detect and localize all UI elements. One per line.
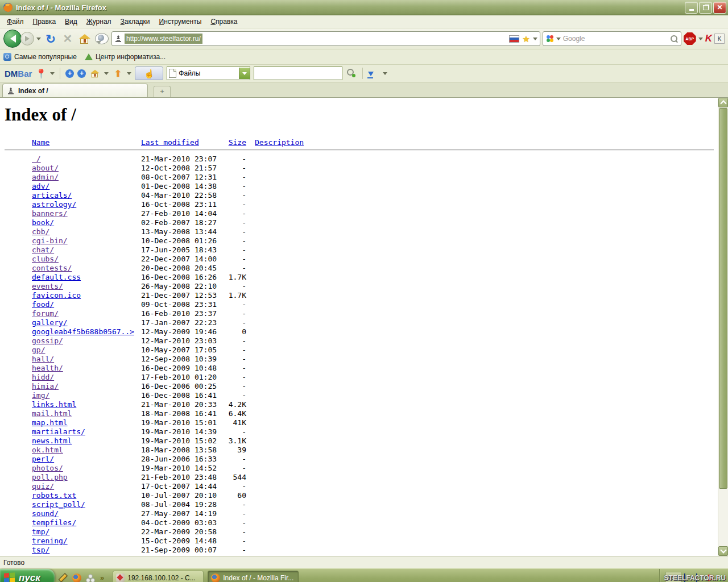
stop-button[interactable]: ✕ <box>60 31 75 46</box>
file-link[interactable]: cgi-bin/ <box>32 236 68 245</box>
bookmark-item[interactable]: Самые популярные <box>3 53 77 61</box>
reload-button[interactable]: ↻ <box>43 31 58 46</box>
close-button[interactable]: ✕ <box>713 2 726 14</box>
file-link[interactable]: tmp/ <box>32 527 49 536</box>
file-link[interactable]: hidd/ <box>32 373 54 381</box>
file-link[interactable]: photos/ <box>32 464 63 472</box>
dmbar-home-icon[interactable] <box>89 68 101 79</box>
taskbar-button[interactable]: 192.168.100.102 - C... <box>113 571 204 582</box>
russian-flag-icon[interactable] <box>509 35 519 43</box>
file-link[interactable]: googleab4f5b688b0567..> <box>32 327 134 336</box>
file-link[interactable]: food/ <box>32 300 54 309</box>
dmbar-tools-icon[interactable]: ⬆ <box>112 68 123 79</box>
vertical-scrollbar[interactable] <box>718 98 728 556</box>
quick-launch-pencil-icon[interactable] <box>58 573 68 582</box>
sort-by-date-link[interactable]: Last modified <box>141 138 199 147</box>
dmbar-search-icon[interactable] <box>346 68 357 79</box>
sort-by-size-link[interactable]: Size <box>229 138 246 147</box>
file-link[interactable]: martialarts/ <box>32 427 85 436</box>
forward-button[interactable] <box>20 32 34 45</box>
file-link[interactable]: mail.html <box>32 409 72 418</box>
file-link[interactable]: quiz/ <box>32 482 54 490</box>
file-link[interactable]: perl/ <box>32 455 54 463</box>
quick-launch-molecule-icon[interactable] <box>85 573 96 582</box>
scroll-down-button[interactable] <box>718 546 728 556</box>
dmbar-files-select[interactable]: Файлы <box>167 66 250 80</box>
quick-launch-firefox-icon[interactable] <box>72 573 82 582</box>
quick-launch-overflow-icon[interactable]: » <box>99 573 105 582</box>
kaspersky-icon[interactable]: K <box>705 33 712 44</box>
dmbar-download-icon[interactable] <box>368 68 379 79</box>
file-link[interactable]: gossip/ <box>32 336 63 345</box>
menu-item[interactable]: Вид <box>60 16 82 27</box>
history-dropdown-icon[interactable] <box>36 38 41 43</box>
dmbar-home-dropdown-icon[interactable] <box>104 72 109 77</box>
file-link[interactable]: chat/ <box>32 246 54 254</box>
file-link[interactable]: poll.php <box>32 473 68 481</box>
minimize-button[interactable] <box>685 2 698 14</box>
file-link[interactable]: articals/ <box>32 191 72 199</box>
abp-dropdown-icon[interactable] <box>698 38 703 43</box>
file-link[interactable]: clubs/ <box>32 255 59 263</box>
home-button[interactable] <box>77 31 92 46</box>
files-select-arrow-button[interactable] <box>239 68 250 79</box>
sort-by-name-link[interactable]: Name <box>32 138 49 147</box>
file-link[interactable]: banners/ <box>32 209 68 218</box>
file-link[interactable]: health/ <box>32 364 63 372</box>
search-engine-dropdown-icon[interactable] <box>556 38 561 43</box>
menu-item[interactable]: Правка <box>28 16 61 27</box>
dmbar-hand-button[interactable]: ☝ <box>135 66 163 80</box>
menu-item[interactable]: Закладки <box>116 16 155 27</box>
search-icon[interactable] <box>671 35 678 43</box>
file-link[interactable]: / <box>32 155 41 163</box>
file-link[interactable]: sound/ <box>32 509 59 518</box>
file-link[interactable]: robots.txt <box>32 491 76 500</box>
file-link[interactable]: about/ <box>32 164 59 172</box>
file-link[interactable]: tempfiles/ <box>32 518 76 527</box>
dmbar-pin-dropdown-icon[interactable] <box>50 72 55 77</box>
restore-button[interactable] <box>699 2 712 14</box>
file-link[interactable]: adv/ <box>32 182 49 190</box>
search-input[interactable]: Google <box>563 35 668 43</box>
file-link[interactable]: book/ <box>32 218 54 227</box>
url-bar[interactable]: http://www.steelfactor.ru/ ★ <box>111 31 540 46</box>
file-link[interactable]: contests/ <box>32 264 72 272</box>
file-link[interactable]: links.html <box>32 400 76 409</box>
file-link[interactable]: cbb/ <box>32 227 49 236</box>
back-button[interactable] <box>3 30 22 48</box>
sort-by-description-link[interactable]: Description <box>255 138 304 147</box>
file-link[interactable]: ok.html <box>32 446 63 454</box>
taskbar-button[interactable]: Index of / - Mozilla Fir... <box>208 571 299 582</box>
file-link[interactable]: trening/ <box>32 537 68 545</box>
dmbar-download-dropdown-icon[interactable] <box>383 72 387 77</box>
menu-item[interactable]: Журнал <box>82 16 116 27</box>
file-link[interactable]: admin/ <box>32 173 59 181</box>
k-extension-icon[interactable]: K <box>714 34 725 44</box>
url-dropdown-icon[interactable] <box>533 38 537 43</box>
menu-item[interactable]: Файл <box>2 16 28 27</box>
dmbar-add-icon[interactable]: + <box>65 69 74 78</box>
file-link[interactable]: favicon.ico <box>32 291 81 300</box>
scroll-up-button[interactable] <box>718 98 728 107</box>
file-link[interactable]: tsp/ <box>32 546 49 554</box>
menu-item[interactable]: Справка <box>206 16 242 27</box>
search-box[interactable]: Google <box>543 31 681 46</box>
file-link[interactable]: events/ <box>32 282 63 290</box>
bookmark-star-icon[interactable]: ★ <box>522 35 530 43</box>
bookmark-item[interactable]: Центр информатиза... <box>85 53 166 61</box>
tab-index-of[interactable]: Index of / <box>2 84 148 97</box>
file-link[interactable]: img/ <box>32 391 49 400</box>
dmbar-pin-icon[interactable]: 📍 <box>35 68 47 79</box>
dmbar-tools-dropdown-icon[interactable] <box>127 72 131 77</box>
file-link[interactable]: himia/ <box>32 382 59 390</box>
file-link[interactable]: map.html <box>32 418 68 427</box>
dmbar-search-input[interactable] <box>254 66 342 80</box>
globe-bubble-button[interactable] <box>94 31 109 46</box>
scrollbar-thumb[interactable] <box>719 108 727 489</box>
start-button[interactable]: пуск <box>0 569 55 582</box>
file-link[interactable]: news.html <box>32 436 72 445</box>
dmbar-add-window-icon[interactable]: + <box>77 69 86 78</box>
menu-item[interactable]: Инструменты <box>155 16 206 27</box>
file-link[interactable]: script_poll/ <box>32 500 85 509</box>
adblock-plus-icon[interactable]: ABP <box>684 32 696 45</box>
